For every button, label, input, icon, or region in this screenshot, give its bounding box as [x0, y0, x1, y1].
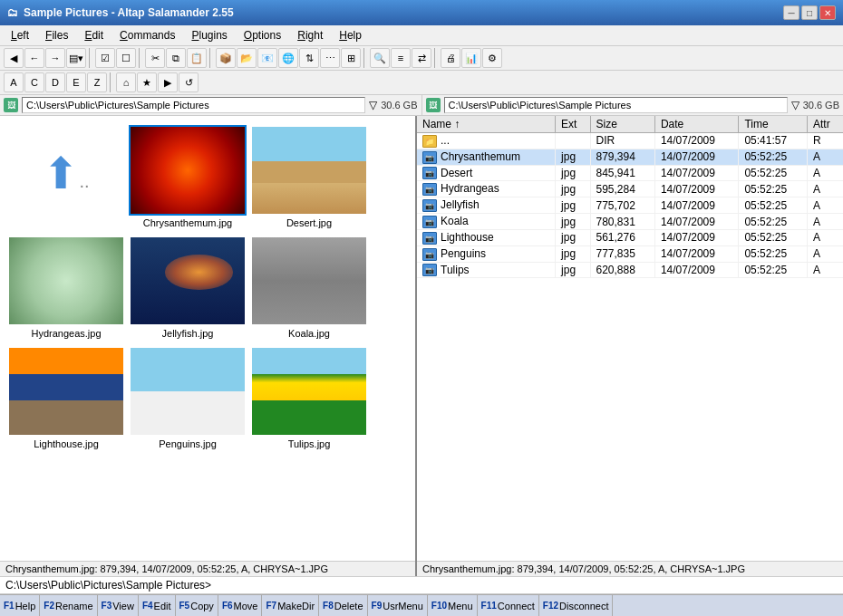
cell-size: 561,276	[590, 229, 654, 245]
btn-cut[interactable]: ✂	[145, 48, 165, 68]
btn-find[interactable]: 🔍	[370, 48, 390, 68]
thumbnail-image	[252, 348, 366, 435]
btn-email[interactable]: 📧	[257, 48, 277, 68]
btn-network[interactable]: 🌐	[278, 48, 298, 68]
btn-drive-d[interactable]: D	[45, 72, 65, 92]
funckey-f2[interactable]: F2Rename	[40, 595, 97, 616]
thumbnail-item[interactable]: Penguins.jpg	[129, 344, 247, 451]
funckey-f9[interactable]: F9UsrMenu	[368, 595, 428, 616]
thumbnail-item[interactable]: Tulips.jpg	[250, 344, 368, 451]
thumbnail-label: Koala.jpg	[288, 328, 330, 339]
btn-more1[interactable]: ⋯	[320, 48, 340, 68]
funckey-label: Move	[234, 601, 258, 611]
btn-unpack[interactable]: 📂	[237, 48, 257, 68]
maximize-button[interactable]: □	[801, 5, 818, 20]
col-time[interactable]: Time	[739, 116, 808, 133]
col-ext[interactable]: Ext	[556, 116, 590, 133]
btn-left-panel[interactable]: ◀	[4, 48, 24, 68]
btn-calc[interactable]: 📊	[461, 48, 481, 68]
col-name[interactable]: Name ↑	[417, 116, 556, 133]
menu-edit[interactable]: Edit	[77, 27, 111, 43]
btn-drive-c[interactable]: C	[24, 72, 44, 92]
menu-left[interactable]: Left	[4, 27, 36, 43]
menu-commands[interactable]: Commands	[112, 27, 182, 43]
btn-print[interactable]: 🖨	[441, 48, 460, 68]
btn-deselect[interactable]: ☐	[116, 48, 136, 68]
main-content: ⬆ .. Chrysanthemum.jpgDesert.jpgHydrange…	[0, 116, 843, 576]
thumbnail-label: Jellyfish.jpg	[162, 328, 214, 339]
cell-ext: jpg	[556, 214, 590, 230]
btn-refresh[interactable]: ↺	[179, 72, 199, 92]
right-address-input[interactable]	[444, 97, 788, 113]
cell-date: 14/07/2009	[654, 133, 739, 149]
funckey-f10[interactable]: F10Menu	[428, 595, 478, 616]
thumbnail-label: Penguins.jpg	[159, 438, 217, 449]
table-row[interactable]: 📁...DIR14/07/200905:41:57R	[417, 133, 843, 149]
btn-select[interactable]: ☑	[95, 48, 115, 68]
table-row[interactable]: 📷Penguinsjpg777,83514/07/200905:52:25A	[417, 245, 843, 262]
left-address-input[interactable]	[22, 97, 365, 113]
minimize-button[interactable]: ─	[783, 5, 799, 20]
btn-copy[interactable]: ⧉	[166, 48, 186, 68]
funckey-f5[interactable]: F5Copy	[176, 595, 218, 616]
up-directory-item[interactable]: ⬆ ..	[7, 123, 125, 225]
thumbnail-item[interactable]: Jellyfish.jpg	[129, 234, 247, 341]
thumbnail-item[interactable]: Koala.jpg	[250, 234, 368, 341]
thumbnail-item[interactable]: Hydrangeas.jpg	[7, 234, 125, 341]
table-row[interactable]: 📷Jellyfishjpg775,70214/07/200905:52:25A	[417, 197, 843, 214]
thumbnail-item[interactable]: Lighthouse.jpg	[7, 344, 125, 451]
btn-paste[interactable]: 📋	[187, 48, 207, 68]
btn-home[interactable]: ⌂	[116, 72, 136, 92]
cell-attr: A	[808, 262, 844, 278]
table-row[interactable]: 📷Tulipsjpg620,88814/07/200905:52:25A	[417, 262, 843, 278]
funckey-f12[interactable]: F12Disconnect	[539, 595, 614, 616]
table-row[interactable]: 📷Hydrangeasjpg595,28414/07/200905:52:25A	[417, 181, 843, 197]
btn-command-line[interactable]: ▶	[158, 72, 178, 92]
btn-compare[interactable]: ≡	[391, 48, 411, 68]
menu-files[interactable]: Files	[38, 27, 75, 43]
menu-options[interactable]: Options	[237, 27, 288, 43]
col-attr[interactable]: Attr	[808, 116, 844, 133]
funckey-f8[interactable]: F8Delete	[319, 595, 367, 616]
menu-right[interactable]: Right	[290, 27, 330, 43]
btn-pack[interactable]: 📦	[216, 48, 236, 68]
btn-bookmark[interactable]: ★	[137, 72, 157, 92]
funckey-f1[interactable]: F1Help	[0, 595, 40, 616]
funckey-f7[interactable]: F7MakeDir	[262, 595, 319, 616]
col-date[interactable]: Date	[654, 116, 739, 133]
btn-settings[interactable]: ⚙	[482, 48, 502, 68]
btn-view-menu[interactable]: ▤▾	[66, 48, 86, 68]
table-row[interactable]: 📷Chrysanthemumjpg879,39414/07/200905:52:…	[417, 149, 843, 165]
btn-more2[interactable]: ⊞	[341, 48, 361, 68]
address-area: 🖼 ▽ 30.6 GB 🖼 ▽ 30.6 GB	[0, 95, 843, 116]
table-row[interactable]: 📷Desertjpg845,94114/07/200905:52:25A	[417, 165, 843, 181]
cell-time: 05:52:25	[739, 181, 808, 197]
up-arrow-icon: ⬆	[43, 152, 79, 196]
thumbnail-item[interactable]: Desert.jpg	[250, 123, 368, 230]
file-table: Name ↑ Ext Size Date Time Attr 📁...DIR14…	[417, 116, 843, 278]
btn-sync[interactable]: ⇄	[412, 48, 431, 68]
path-bar	[0, 576, 843, 594]
cell-time: 05:52:25	[739, 245, 808, 262]
btn-back[interactable]: ←	[24, 48, 44, 68]
thumbnail-item[interactable]: Chrysanthemum.jpg	[129, 123, 247, 230]
table-row[interactable]: 📷Lighthousejpg561,27614/07/200905:52:25A	[417, 229, 843, 245]
col-size[interactable]: Size	[590, 116, 654, 133]
funckey-f11[interactable]: F11Connect	[478, 595, 539, 616]
thumbnail-label: Desert.jpg	[286, 217, 332, 228]
path-input[interactable]	[5, 579, 838, 592]
funckey-f6[interactable]: F6Move	[218, 595, 263, 616]
menu-help[interactable]: Help	[332, 27, 369, 43]
funckey-f3[interactable]: F3View	[98, 595, 139, 616]
btn-drive-z[interactable]: Z	[87, 72, 107, 92]
btn-forward[interactable]: →	[45, 48, 65, 68]
cell-time: 05:52:25	[739, 165, 808, 181]
btn-ftp[interactable]: ⇅	[299, 48, 319, 68]
menu-plugins[interactable]: Plugins	[184, 27, 234, 43]
table-row[interactable]: 📷Koalajpg780,83114/07/200905:52:25A	[417, 214, 843, 230]
btn-drive-a[interactable]: A	[4, 72, 24, 92]
cell-ext	[556, 133, 590, 149]
close-button[interactable]: ✕	[819, 5, 836, 20]
btn-drive-e[interactable]: E	[66, 72, 86, 92]
funckey-f4[interactable]: F4Edit	[139, 595, 176, 616]
